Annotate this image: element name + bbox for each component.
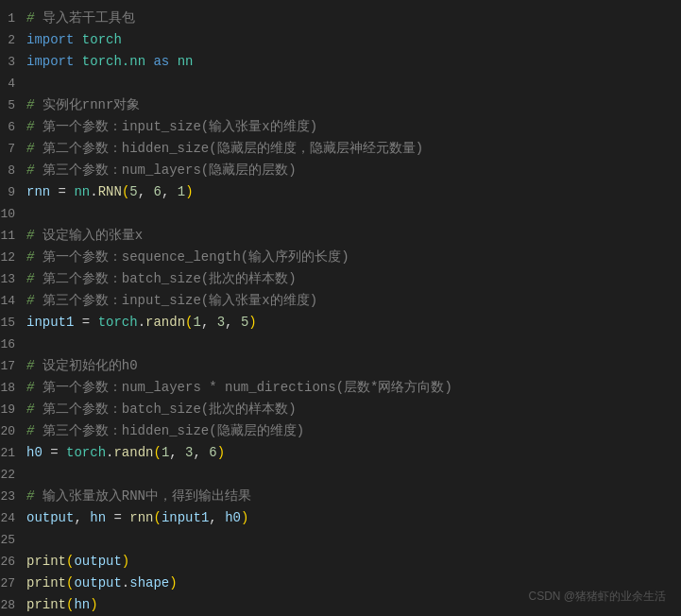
line-content: # 第三个参数：input_size(输入张量x的维度) [26, 290, 317, 311]
line-number: 17 [0, 356, 26, 377]
line-number: 4 [0, 74, 26, 94]
line-number: 26 [0, 552, 26, 573]
line-number: 25 [0, 530, 26, 551]
line-content: # 设定初始化的h0 [26, 355, 138, 376]
code-line: 18# 第一个参数：num_layers * num_directions(层数… [0, 377, 681, 399]
line-number: 8 [0, 161, 26, 181]
line-number: 6 [0, 117, 26, 138]
code-line: 21h0 = torch.randn(1, 3, 6) [0, 442, 681, 464]
code-line: 4 [0, 73, 681, 94]
line-number: 13 [0, 269, 26, 290]
line-content: # 第二个参数：hidden_size(隐藏层的维度，隐藏层神经元数量) [26, 138, 423, 159]
line-number: 1 [0, 9, 26, 29]
code-line: 10 [0, 203, 681, 225]
code-line: 16 [0, 334, 681, 355]
line-content [26, 73, 34, 94]
line-content: # 第三个参数：hidden_size(隐藏层的维度) [26, 420, 304, 441]
code-line: 17# 设定初始化的h0 [0, 355, 681, 377]
line-content: # 实例化rnnr对象 [26, 94, 140, 115]
line-content: # 导入若干工具包 [26, 8, 135, 28]
line-content: # 设定输入的张量x [26, 225, 143, 246]
line-number: 12 [0, 248, 26, 268]
line-number: 9 [0, 182, 26, 203]
line-content [26, 203, 34, 224]
line-number: 2 [0, 30, 26, 51]
line-content: # 输入张量放入RNN中，得到输出结果 [26, 486, 251, 506]
code-line: 2import torch [0, 29, 681, 51]
code-line: 19# 第二个参数：batch_size(批次的样本数) [0, 399, 681, 420]
code-line: 26print(output) [0, 551, 681, 573]
line-content: print(output) [26, 551, 129, 572]
line-number: 28 [0, 595, 26, 616]
line-content [26, 334, 34, 354]
code-editor: 1# 导入若干工具包2import torch3import torch.nn … [0, 0, 681, 616]
line-number: 19 [0, 400, 26, 420]
line-content: input1 = torch.randn(1, 3, 5) [26, 312, 257, 333]
line-number: 3 [0, 52, 26, 73]
code-line: 8# 第三个参数：num_layers(隐藏层的层数) [0, 160, 681, 181]
line-number: 24 [0, 508, 26, 529]
line-number: 21 [0, 443, 26, 464]
line-number: 5 [0, 95, 26, 116]
line-number: 15 [0, 313, 26, 334]
line-content: # 第三个参数：num_layers(隐藏层的层数) [26, 160, 297, 180]
code-line: 20# 第三个参数：hidden_size(隐藏层的维度) [0, 420, 681, 442]
line-content [26, 464, 34, 485]
line-number: 11 [0, 226, 26, 247]
line-content: import torch.nn as nn [26, 51, 193, 72]
line-content: import torch [26, 29, 122, 50]
line-number: 20 [0, 421, 26, 442]
code-line: 14# 第三个参数：input_size(输入张量x的维度) [0, 290, 681, 312]
line-content: # 第二个参数：batch_size(批次的样本数) [26, 268, 297, 289]
line-content: output, hn = rnn(input1, h0) [26, 507, 248, 528]
line-number: 16 [0, 334, 26, 355]
watermark: CSDN @猪猪虾的业余生活 [528, 589, 666, 605]
line-content: # 第一个参数：sequence_length(输入序列的长度) [26, 247, 349, 267]
code-line: 15input1 = torch.randn(1, 3, 5) [0, 312, 681, 334]
code-line: 5# 实例化rnnr对象 [0, 94, 681, 116]
code-line: 6# 第一个参数：input_size(输入张量x的维度) [0, 116, 681, 138]
line-number: 10 [0, 204, 26, 225]
code-line: 23# 输入张量放入RNN中，得到输出结果 [0, 486, 681, 507]
code-line: 13# 第二个参数：batch_size(批次的样本数) [0, 268, 681, 290]
line-number: 23 [0, 487, 26, 507]
line-content [26, 529, 34, 550]
code-line: 24output, hn = rnn(input1, h0) [0, 507, 681, 529]
line-content: # 第一个参数：input_size(输入张量x的维度) [26, 116, 317, 137]
code-line: 3import torch.nn as nn [0, 51, 681, 73]
line-number: 7 [0, 139, 26, 160]
code-line: 7# 第二个参数：hidden_size(隐藏层的维度，隐藏层神经元数量) [0, 138, 681, 160]
code-line: 11# 设定输入的张量x [0, 225, 681, 247]
line-content: print(hn) [26, 594, 98, 615]
line-content: # 第二个参数：batch_size(批次的样本数) [26, 399, 297, 419]
code-line: 22 [0, 464, 681, 486]
code-line: 12# 第一个参数：sequence_length(输入序列的长度) [0, 247, 681, 268]
line-number: 18 [0, 378, 26, 399]
line-content: # 第一个参数：num_layers * num_directions(层数*网… [26, 377, 452, 398]
code-line: 9rnn = nn.RNN(5, 6, 1) [0, 181, 681, 203]
line-number: 22 [0, 465, 26, 486]
code-line: 1# 导入若干工具包 [0, 8, 681, 29]
line-number: 27 [0, 573, 26, 594]
line-content: print(output.shape) [26, 573, 178, 593]
line-content: h0 = torch.randn(1, 3, 6) [26, 442, 225, 463]
line-content: rnn = nn.RNN(5, 6, 1) [26, 181, 194, 202]
line-number: 14 [0, 291, 26, 312]
code-line: 25 [0, 529, 681, 551]
